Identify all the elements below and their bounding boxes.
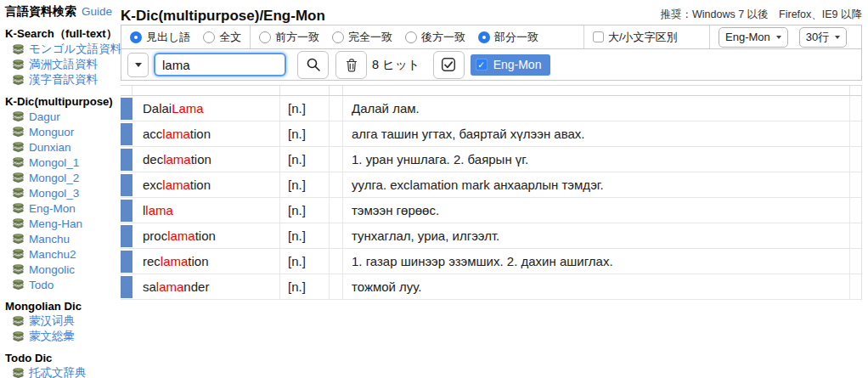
search-button[interactable] xyxy=(297,51,329,79)
sidebar-item[interactable]: Todo xyxy=(5,277,120,292)
dictionary-select[interactable]: Eng-Mon xyxy=(719,27,788,48)
pos-cell: [n.] xyxy=(280,147,330,172)
table-row: acclamation [n.] алга ташин угтах, баярт… xyxy=(121,121,861,147)
history-dropdown-button[interactable] xyxy=(127,53,149,77)
app-title: 言語資料検索 xyxy=(5,4,76,20)
sidebar-link[interactable]: Monguor xyxy=(29,126,74,138)
sidebar-link[interactable]: Todo xyxy=(29,279,54,291)
sidebar-link[interactable]: 満洲文語資料 xyxy=(29,57,98,72)
sidebar-item[interactable]: Manchu2 xyxy=(5,246,120,262)
row-marker[interactable] xyxy=(121,251,132,273)
radio-icon[interactable] xyxy=(130,31,142,43)
books-icon xyxy=(12,74,25,86)
sidebar-item[interactable]: 満洲文語資料 xyxy=(5,57,120,72)
spacer-cell xyxy=(330,198,343,223)
headword-text: tion xyxy=(190,127,211,141)
row-marker[interactable] xyxy=(121,200,132,222)
headword-cell: exclamation xyxy=(132,172,280,197)
sidebar-item[interactable]: Mongol_2 xyxy=(5,170,120,185)
case-checkbox-option[interactable]: 大/小文字区別 xyxy=(593,30,678,45)
sidebar-item[interactable]: 漢字音訳資料 xyxy=(5,72,120,87)
row-marker[interactable] xyxy=(121,174,132,196)
sidebar-item[interactable]: Mongolic xyxy=(5,262,120,277)
clear-button[interactable] xyxy=(335,51,367,79)
marker-cell xyxy=(121,249,132,274)
radio-option[interactable]: 後方一致 xyxy=(405,30,465,45)
radio-option[interactable]: 前方一致 xyxy=(259,30,319,45)
sidebar-item[interactable]: Mongol_1 xyxy=(5,155,120,170)
end-cell xyxy=(850,249,861,274)
books-icon xyxy=(12,156,25,168)
sidebar-link[interactable]: 蒙文総彙 xyxy=(29,329,75,344)
books-icon xyxy=(12,263,25,275)
sidebar-link[interactable]: 托忒文辞典 xyxy=(29,365,87,378)
radio-icon[interactable] xyxy=(203,31,215,43)
row-marker[interactable] xyxy=(121,225,132,247)
checked-checkbox-icon[interactable]: ✓ xyxy=(476,59,488,71)
radio-option[interactable]: 完全一致 xyxy=(332,30,392,45)
caret-down-icon xyxy=(135,63,142,67)
radio-icon[interactable] xyxy=(405,31,417,43)
sidebar-item[interactable]: Eng-Mon xyxy=(5,200,120,216)
header-end-cell xyxy=(850,86,861,95)
radio-option[interactable]: 全文 xyxy=(203,30,241,45)
books-icon xyxy=(12,202,25,214)
end-cell xyxy=(850,121,861,146)
sidebar-section: Todo Dic 托忒文辞典 xyxy=(5,350,120,378)
select-all-dictionaries-button[interactable] xyxy=(433,51,465,79)
sidebar-link[interactable]: Manchu2 xyxy=(29,248,76,261)
sidebar-link[interactable]: Mongol_3 xyxy=(29,187,79,200)
sidebar-link[interactable]: Mongol_2 xyxy=(29,172,79,184)
case-checkbox-icon[interactable] xyxy=(593,31,604,42)
sidebar-item[interactable]: Mongol_3 xyxy=(5,185,120,200)
sidebar-link[interactable]: Dagur xyxy=(29,110,60,123)
sidebar-item[interactable]: 托忒文辞典 xyxy=(5,365,120,378)
row-marker[interactable] xyxy=(121,276,132,298)
select-section: Eng-Mon 30行 xyxy=(710,25,861,48)
header-pos-cell xyxy=(280,86,330,95)
row-marker[interactable] xyxy=(121,149,132,171)
radio-icon[interactable] xyxy=(332,31,344,43)
sidebar-item[interactable]: 蒙文総彙 xyxy=(5,329,120,344)
sidebar-item[interactable]: 蒙汉词典 xyxy=(5,313,120,329)
marker-cell xyxy=(121,198,132,223)
radio-icon[interactable] xyxy=(478,31,490,43)
headword-cell: proclamation xyxy=(132,223,280,248)
sidebar-item[interactable]: モンゴル文語資料 xyxy=(5,42,120,57)
page-title: K-Dic(multipurpose)/Eng-Mon xyxy=(121,8,325,25)
headword-cell: Dalai Lama xyxy=(132,96,280,121)
sidebar-list: 蒙汉词典 蒙文総彙 xyxy=(5,313,120,344)
sidebar-item[interactable]: Manchu xyxy=(5,231,120,246)
radio-option[interactable]: 部分一致 xyxy=(478,30,538,45)
headword-match: lama xyxy=(162,178,190,192)
radio-icon[interactable] xyxy=(259,31,271,43)
radio-option[interactable]: 見出し語 xyxy=(130,30,190,45)
guide-link[interactable]: Guide xyxy=(82,5,112,18)
sidebar-link[interactable]: Mongolic xyxy=(29,263,75,276)
sidebar-item[interactable]: Dunxian xyxy=(5,139,120,155)
spacer-cell xyxy=(330,121,343,146)
sidebar-link[interactable]: 漢字音訳資料 xyxy=(29,72,98,87)
sidebar-link[interactable]: 蒙汉词典 xyxy=(29,313,75,329)
sidebar-link[interactable]: Mongol_1 xyxy=(29,156,79,169)
search-input[interactable] xyxy=(154,53,286,76)
sidebar-link[interactable]: モンゴル文語資料 xyxy=(29,42,121,57)
sidebar-link[interactable]: Dunxian xyxy=(29,141,71,154)
sidebar-link[interactable]: Manchu xyxy=(29,233,70,245)
sidebar-link[interactable]: Meng-Han xyxy=(29,217,82,230)
radio-label: 後方一致 xyxy=(421,30,465,45)
sidebar-link[interactable]: Eng-Mon xyxy=(29,202,76,215)
rows-per-page-select[interactable]: 30行 xyxy=(799,27,847,48)
sidebar-item[interactable]: Dagur xyxy=(5,109,120,124)
row-marker[interactable] xyxy=(121,123,132,145)
results-table: Dalai Lama [n.] Далай лам. acclamation [… xyxy=(121,85,862,300)
sidebar-item[interactable]: Meng-Han xyxy=(5,216,120,231)
dictionary-tag-eng-mon[interactable]: ✓ Eng-Mon xyxy=(471,54,551,76)
radio-label: 全文 xyxy=(219,30,241,45)
headword-text: Dalai xyxy=(143,101,172,116)
row-marker[interactable] xyxy=(121,98,132,120)
marker-cell xyxy=(121,121,132,146)
sidebar-item[interactable]: Monguor xyxy=(5,124,120,139)
search-option-bar: 見出し語 全文 前方一致 完全一致 後方一致 部分一致 大/小文字区別 Eng-… xyxy=(121,25,862,49)
main-panel: K-Dic(multipurpose)/Eng-Mon 推奨：Windows 7… xyxy=(121,0,862,300)
